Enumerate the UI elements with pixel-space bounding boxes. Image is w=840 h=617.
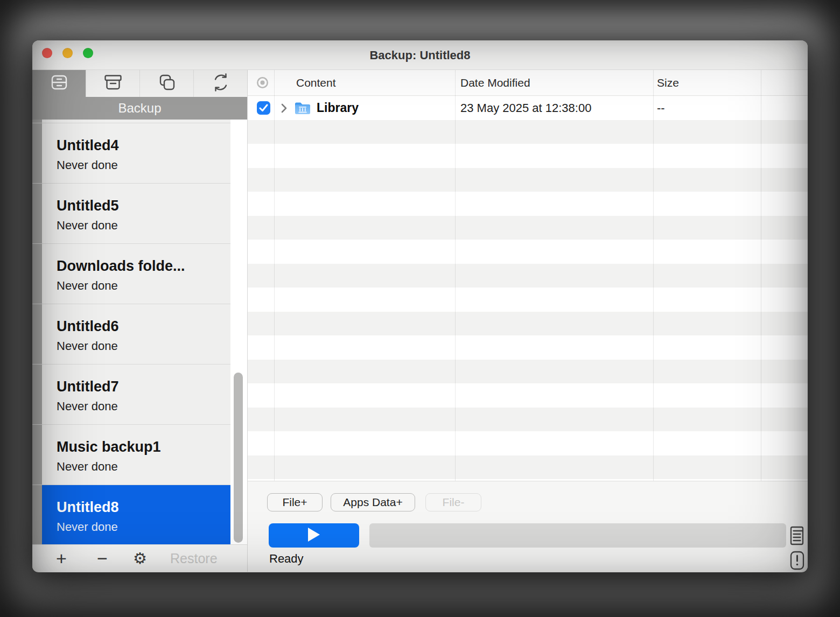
- app-window: Backup: Untitled8: [32, 40, 808, 572]
- radio-target-icon: [256, 76, 269, 91]
- tab-sync[interactable]: [194, 70, 247, 97]
- task-item-downloads-folder[interactable]: Downloads folde... Never done: [32, 244, 230, 304]
- table-row-library[interactable]: Library 23 May 2025 at 12:38:00 --: [248, 96, 808, 120]
- task-status: Never done: [57, 399, 119, 413]
- task-item-untitled8-selected[interactable]: Untitled8 Never done: [32, 485, 230, 544]
- column-divider: [455, 70, 456, 481]
- item-gutter: [32, 304, 42, 364]
- task-title: Downloads folde...: [57, 257, 185, 275]
- gear-icon[interactable]: ⚙: [125, 548, 155, 569]
- task-item-untitled6[interactable]: Untitled6 Never done: [32, 304, 230, 364]
- item-gutter: [32, 123, 42, 183]
- task-title: Music backup1: [57, 438, 161, 455]
- progress-bar: [369, 523, 786, 548]
- apps-data-add-button[interactable]: Apps Data+: [331, 493, 415, 511]
- file-remove-button-disabled[interactable]: File-: [425, 493, 481, 511]
- disclosure-chevron-icon[interactable]: [281, 103, 288, 116]
- play-icon: [307, 527, 320, 544]
- task-item-music-backup1[interactable]: Music backup1 Never done: [32, 425, 230, 485]
- task-status: Never done: [57, 339, 119, 353]
- item-gutter: [32, 485, 42, 544]
- item-gutter: [32, 425, 42, 485]
- row-content-name: Library: [317, 96, 359, 120]
- drawer-backup-icon: [50, 73, 69, 94]
- task-item-untitled5[interactable]: Untitled5 Never done: [32, 184, 230, 244]
- tab-clone[interactable]: [140, 70, 194, 97]
- task-status: Never done: [57, 219, 119, 233]
- tab-archive[interactable]: [86, 70, 140, 97]
- column-divider: [274, 70, 275, 481]
- section-label: Backup: [32, 97, 247, 120]
- column-header-date-modified[interactable]: Date Modified: [460, 70, 530, 96]
- column-header-size[interactable]: Size: [657, 70, 679, 96]
- log-document-icon[interactable]: [790, 526, 804, 548]
- partial-list-item: [32, 120, 230, 123]
- task-title: Untitled6: [57, 318, 119, 335]
- task-title: Untitled4: [57, 137, 119, 154]
- task-title: Untitled7: [57, 378, 119, 395]
- backup-task-list: Untitled4 Never done Untitled5 Never don…: [32, 120, 247, 544]
- item-gutter: [32, 244, 42, 304]
- item-gutter: [32, 184, 42, 243]
- task-status: Never done: [57, 520, 119, 534]
- window-title: Backup: Untitled8: [32, 40, 808, 70]
- row-checkbox-checked[interactable]: [257, 101, 270, 115]
- empty-table-rows: [248, 120, 808, 481]
- add-task-button[interactable]: +: [46, 548, 76, 569]
- file-add-button[interactable]: File+: [267, 493, 323, 511]
- main-content: Content Date Modified Size: [248, 70, 808, 572]
- titlebar: Backup: Untitled8: [32, 40, 808, 70]
- task-status: Never done: [57, 460, 161, 474]
- table-header: Content Date Modified Size: [248, 70, 808, 96]
- tab-backup[interactable]: [32, 70, 86, 97]
- task-item-untitled7[interactable]: Untitled7 Never done: [32, 364, 230, 425]
- task-status: Never done: [57, 279, 185, 293]
- alert-exclamation-icon[interactable]: [790, 551, 804, 572]
- library-folder-icon: [294, 101, 311, 117]
- row-size: --: [657, 96, 665, 120]
- remove-task-button[interactable]: −: [87, 549, 117, 568]
- row-date-modified: 23 May 2025 at 12:38:00: [460, 96, 591, 120]
- column-header-content[interactable]: Content: [296, 70, 336, 96]
- task-status: Never done: [57, 158, 119, 172]
- column-divider: [761, 70, 761, 481]
- status-text: Ready: [269, 552, 304, 566]
- item-gutter: [32, 364, 42, 424]
- screenshot-stage: Backup: Untitled8: [0, 0, 840, 617]
- task-title: Untitled5: [57, 197, 119, 214]
- restore-button[interactable]: Restore: [170, 551, 218, 566]
- task-item-untitled4[interactable]: Untitled4 Never done: [32, 123, 230, 184]
- sync-icon: [211, 73, 230, 94]
- task-title: Untitled8: [57, 499, 119, 516]
- archive-box-icon: [103, 73, 123, 94]
- run-backup-button[interactable]: [269, 523, 359, 548]
- sidebar-footer: + − ⚙ Restore: [32, 544, 247, 572]
- content-table: Content Date Modified Size: [248, 70, 808, 481]
- clone-icon: [157, 73, 177, 94]
- sidebar: Backup Untitled4 Never done Untitled5: [32, 70, 248, 572]
- sidebar-scrollbar-thumb[interactable]: [234, 373, 243, 543]
- action-bar: File+ Apps Data+ File- Ready: [248, 481, 808, 572]
- column-divider: [653, 70, 654, 481]
- mode-tabs: [32, 70, 247, 97]
